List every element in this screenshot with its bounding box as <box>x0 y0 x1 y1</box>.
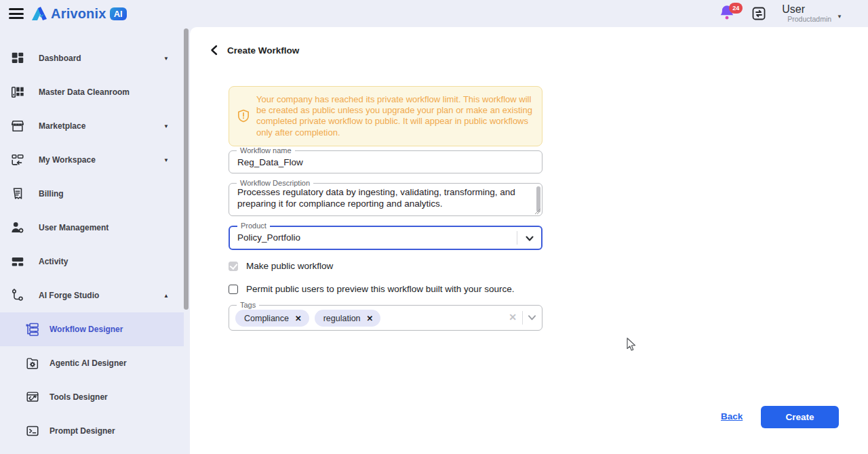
header-actions: 24 User Productadmin ▼ <box>718 0 868 27</box>
sidebar-item-master-data-cleanroom[interactable]: Master Data Cleanroom <box>0 75 184 109</box>
sidebar-item-label: Tools Designer <box>50 392 174 402</box>
page-title: Create Workflow <box>227 45 299 56</box>
sidebar-item-prompt-designer[interactable]: Prompt Designer <box>0 414 184 448</box>
workspace-icon <box>9 152 26 168</box>
tags-divider <box>522 311 523 325</box>
make-public-label: Make public workflow <box>246 261 333 271</box>
tools-designer-icon <box>24 389 41 405</box>
sidebar-nav: Dashboard ▼ Master Data Cleanroom Market… <box>0 27 184 454</box>
workflow-name-field[interactable]: Workflow name <box>229 150 542 173</box>
tag-chip: regulation ✕ <box>315 310 381 327</box>
workflow-description-input[interactable]: Processes regulatory data by ingesting, … <box>229 184 542 215</box>
sidebar-item-agentic-ai-designer[interactable]: Agentic AI Designer <box>0 346 184 380</box>
app-screen: Arivonix AI 24 User Productadmin ▼ <box>0 0 868 454</box>
agentic-ai-icon <box>24 355 41 371</box>
tag-chip: Compliance ✕ <box>235 310 309 327</box>
create-button[interactable]: Create <box>761 406 839 428</box>
user-menu[interactable]: User Productadmin ▼ <box>782 3 842 23</box>
select-divider <box>517 231 517 245</box>
product-selected-value: Policy_Portfolio <box>230 227 541 249</box>
tag-chip-label: regulation <box>323 314 361 323</box>
user-management-icon <box>9 220 26 236</box>
sidebar-item-dashboard[interactable]: Dashboard ▼ <box>0 41 184 75</box>
sidebar-item-label: Dashboard <box>39 54 163 63</box>
chevron-up-icon: ▲ <box>163 293 169 299</box>
sidebar-item-activity[interactable]: Activity <box>0 245 184 278</box>
sidebar-item-ai-forge-studio[interactable]: AI Forge Studio ▲ <box>0 278 184 312</box>
notifications-button[interactable]: 24 <box>718 3 738 24</box>
sidebar-item-tools-designer[interactable]: Tools Designer <box>0 380 184 414</box>
permit-preview-label: Permit public users to preview this work… <box>246 284 514 294</box>
make-public-checkbox-row[interactable]: Make public workflow <box>229 261 333 271</box>
dashboard-icon <box>9 50 26 66</box>
sidebar-item-marketplace[interactable]: Marketplace ▼ <box>0 109 184 143</box>
clear-tags-icon[interactable]: ✕ <box>509 312 517 323</box>
brand-logo: Arivonix AI <box>31 5 127 22</box>
cleanroom-icon <box>9 84 26 100</box>
sidebar-item-label: Master Data Cleanroom <box>39 87 169 97</box>
product-label: Product <box>237 222 270 230</box>
warning-shield-icon <box>237 109 250 123</box>
textarea-resize-handle[interactable] <box>535 209 540 214</box>
permit-preview-checkbox[interactable] <box>229 285 238 294</box>
sidebar-item-label: AI Forge Studio <box>39 291 163 300</box>
sidebar-item-my-workspace[interactable]: My Workspace ▼ <box>0 143 184 177</box>
arivonix-logo-icon <box>31 5 48 22</box>
product-select[interactable]: Product Policy_Portfolio <box>229 226 542 250</box>
back-chevron-icon[interactable] <box>209 45 220 56</box>
workflow-description-field[interactable]: Workflow Description Processes regulator… <box>229 183 542 216</box>
sidebar-item-label: Workflow Designer <box>50 325 174 334</box>
sidebar-item-label: Agentic AI Designer <box>50 358 174 368</box>
notification-count-badge: 24 <box>729 3 743 14</box>
sidebar-item-label: Prompt Designer <box>50 426 174 436</box>
tags-label: Tags <box>237 301 259 310</box>
remove-tag-icon[interactable]: ✕ <box>295 314 302 323</box>
tags-field[interactable]: Tags Compliance ✕ regulation ✕ ✕ <box>229 305 542 331</box>
workflow-description-label: Workflow Description <box>237 179 313 188</box>
back-button[interactable]: Back <box>721 411 743 421</box>
sidebar-item-label: Marketplace <box>39 121 163 131</box>
warning-banner: Your company has reached its private wor… <box>229 86 542 146</box>
chevron-down-icon: ▼ <box>163 123 169 129</box>
marketplace-icon <box>9 118 26 134</box>
chevron-down-icon: ▼ <box>163 56 169 62</box>
user-info: User Productadmin <box>782 3 831 23</box>
sidebar-item-workflow-designer[interactable]: Workflow Designer <box>0 312 184 346</box>
tag-chip-label: Compliance <box>244 314 289 323</box>
sidebar-item-label: My Workspace <box>39 155 163 165</box>
forge-icon <box>9 287 26 304</box>
permit-preview-checkbox-row[interactable]: Permit public users to preview this work… <box>229 284 514 294</box>
workflow-designer-icon <box>24 321 41 337</box>
sidebar-item-label: User Management <box>39 223 169 232</box>
main-panel: Create Workflow Your company has reached… <box>190 27 868 454</box>
sidebar-item-billing[interactable]: Billing <box>0 177 184 211</box>
activity-icon <box>9 253 26 270</box>
page-header: Create Workflow <box>209 45 299 56</box>
sidebar-item-label: Activity <box>39 257 169 266</box>
chevron-down-icon[interactable] <box>528 314 536 321</box>
workflow-name-label: Workflow name <box>237 146 295 155</box>
warning-text: Your company has reached its private wor… <box>256 94 532 138</box>
billing-icon <box>9 186 26 202</box>
hamburger-menu-icon[interactable] <box>9 8 24 19</box>
sidebar-item-label: Billing <box>39 189 169 199</box>
user-role: Productadmin <box>787 16 831 24</box>
top-header: Arivonix AI 24 User Productadmin ▼ <box>0 0 868 27</box>
chevron-down-icon: ▼ <box>163 157 169 163</box>
make-public-checkbox[interactable] <box>229 262 238 271</box>
prompt-designer-icon <box>24 423 41 439</box>
brand-ai-badge: AI <box>110 7 127 20</box>
brand-name: Arivonix <box>51 6 106 22</box>
chevron-down-icon <box>525 234 534 243</box>
user-name: User <box>782 3 805 16</box>
tag-chips: Compliance ✕ regulation ✕ <box>235 310 380 327</box>
user-menu-caret-icon: ▼ <box>837 14 842 20</box>
switch-account-icon[interactable] <box>751 5 767 22</box>
remove-tag-icon[interactable]: ✕ <box>367 314 374 323</box>
sidebar-scrollbar[interactable] <box>184 28 189 310</box>
sidebar-item-user-management[interactable]: User Management <box>0 211 184 245</box>
